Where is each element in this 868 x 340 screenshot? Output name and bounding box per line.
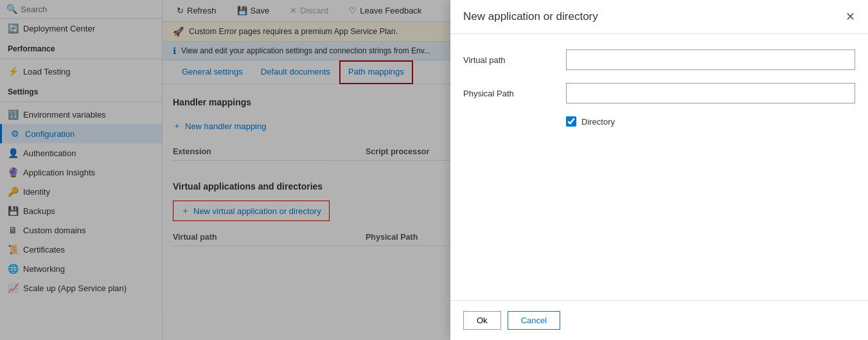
virtual-path-label: Virtual path [463, 55, 553, 65]
directory-label: Directory [581, 117, 615, 127]
physical-path-label: Physical Path [463, 89, 553, 98]
modal-header: New application or directory ✕ [450, 0, 868, 34]
modal-title: New application or directory [463, 10, 598, 23]
modal-close-button[interactable]: ✕ [846, 11, 855, 22]
physical-path-group: Physical Path [463, 83, 855, 103]
virtual-path-group: Virtual path [463, 49, 855, 70]
modal-body: Virtual path Physical Path Directory [450, 34, 868, 300]
ok-button[interactable]: Ok [463, 311, 501, 330]
directory-checkbox-group: Directory [566, 116, 855, 127]
modal-footer: Ok Cancel [450, 300, 868, 340]
modal-panel: New application or directory ✕ Virtual p… [450, 0, 868, 340]
cancel-button[interactable]: Cancel [508, 311, 560, 330]
modal-overlay: New application or directory ✕ Virtual p… [0, 0, 868, 340]
directory-checkbox[interactable] [566, 116, 576, 127]
virtual-path-input[interactable] [566, 49, 855, 70]
physical-path-input[interactable] [566, 83, 855, 103]
